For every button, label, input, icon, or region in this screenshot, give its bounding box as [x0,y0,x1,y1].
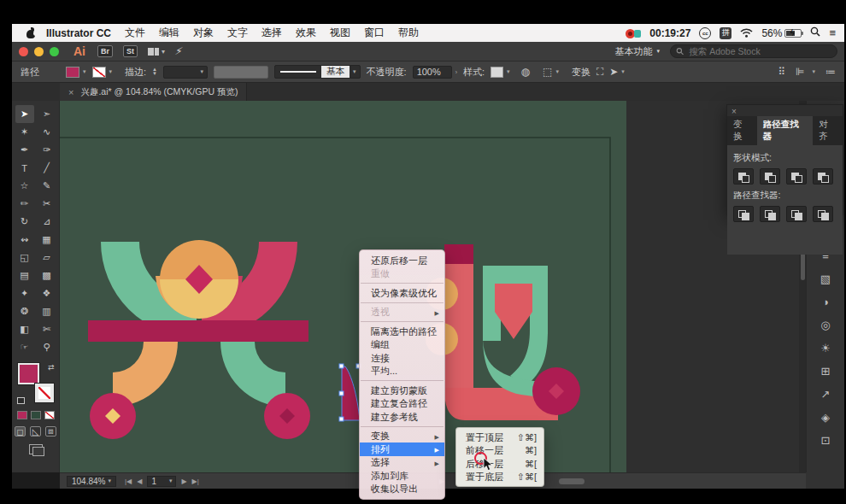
context-menu-item[interactable]: 建立剪切蒙版 [360,384,444,397]
style-chevron-icon[interactable]: ▾ [507,68,510,75]
export-panel-icon[interactable]: ↗ [815,386,836,401]
gradient-button[interactable] [31,411,41,419]
context-menu-item[interactable]: 变换▶ [360,430,444,443]
draw-behind-button[interactable]: ◺ [30,426,41,437]
battery-indicator[interactable]: 56% ϟ [761,27,802,39]
paragraph-panel-icon[interactable]: ⊫ [796,66,804,78]
menu-list-icon[interactable]: ≔ [825,66,836,78]
type-tool[interactable]: T [15,159,34,177]
menubar-item[interactable]: 帮助 [398,26,419,40]
notification-center-icon[interactable]: ≡ [829,26,836,39]
dots-grid-icon[interactable]: ⠿ [778,66,785,78]
context-menu-item[interactable]: 编组 [360,338,444,352]
creative-cloud-icon[interactable]: cc [699,27,711,39]
submenu-item[interactable]: 置于顶层⇧⌘] [456,431,543,444]
context-menu-item[interactable]: 建立复合路径 [360,397,444,411]
curvature-tool[interactable]: ✑ [38,141,56,159]
hand-tool[interactable]: ☞ [15,338,34,356]
swap-fill-stroke-icon[interactable]: ⇄ [48,363,55,372]
style-swatch[interactable] [491,67,503,78]
lasso-tool[interactable]: ∿ [38,123,56,141]
previous-artboard-button[interactable]: ◀ [137,478,142,485]
submenu-item[interactable]: 置于底层⇧⌘[ [456,471,543,484]
selection-tool[interactable]: ➤ [15,105,34,123]
slice-tool[interactable]: ✄ [38,320,56,338]
zoom-window-button[interactable] [50,47,59,56]
tab-close-icon[interactable]: × [68,87,73,97]
context-menu-item[interactable]: 建立参考线 [360,410,444,424]
isolate-selection-icon[interactable]: ➤ [609,66,618,78]
last-artboard-button[interactable]: ▶| [192,478,199,485]
free-transform-tool[interactable]: ▦ [38,231,56,249]
perspective-grid-tool[interactable]: ▱ [38,249,56,267]
rotate-tool[interactable]: ↻ [15,213,34,231]
wifi-icon[interactable] [740,28,753,38]
crop-button[interactable] [813,206,833,222]
appearance-panel-icon[interactable]: ☀ [815,340,836,355]
width-tool[interactable]: ↭ [15,231,34,249]
adobe-stock-search[interactable] [670,44,837,58]
arrange-documents-icon[interactable] [148,48,159,56]
panel-tab-变换[interactable]: 变换 [727,116,757,145]
width-profile-dropdown[interactable] [214,66,268,79]
symbol-sprayer-tool[interactable]: ❂ [15,302,34,320]
shape-tool[interactable]: ☆ [15,177,34,195]
transform-link[interactable]: 变换 [572,66,590,79]
gradient-panel-icon[interactable]: ▧ [815,271,836,286]
workspace-switcher[interactable]: 基本功能▾ [614,45,660,58]
context-menu-item[interactable]: 还原后移一层 [360,254,444,267]
minimize-window-button[interactable] [34,47,44,56]
recolor-artwork-icon[interactable]: ◍ [521,66,530,78]
submenu-item[interactable]: 后移一层⌘[ [456,457,543,471]
color-button[interactable] [17,411,27,419]
apple-logo-icon[interactable] [26,28,36,38]
stroke-color-control[interactable] [35,384,54,402]
stroke-chevron-icon[interactable]: ▾ [109,68,113,75]
stroke-weight-field[interactable]: ▾ [163,66,208,79]
gradient-tool[interactable]: ▩ [38,267,56,284]
document-setup-icon[interactable]: ⬚ [543,66,552,78]
pen-tool[interactable]: ✒ [15,141,34,159]
first-artboard-button[interactable]: |◀ [125,478,132,485]
context-menu-item[interactable]: 连接 [360,351,444,365]
menubar-item[interactable]: 文件 [125,26,145,40]
menubar-item[interactable]: 编辑 [159,26,179,40]
app-menu[interactable]: Illustrator CC [46,27,111,39]
draw-normal-button[interactable]: ◻ [15,426,26,437]
close-window-button[interactable] [19,47,28,56]
minus-front-button[interactable] [760,168,780,185]
context-menu-item[interactable]: 隔离选中的路径 [360,325,444,338]
next-artboard-button[interactable]: ▶ [181,478,186,485]
merge-button[interactable] [786,206,807,222]
context-menu-item[interactable]: 选择▶ [360,456,444,470]
fill-chevron-icon[interactable]: ▾ [83,68,86,75]
menubar-item[interactable]: 选择 [261,26,282,40]
zoom-tool[interactable]: ⚲ [38,338,56,356]
menubar-item[interactable]: 文字 [227,26,248,40]
document-setup-chevron-icon[interactable]: ▾ [555,68,559,75]
magic-wand-tool[interactable]: ✶ [15,123,34,141]
scale-tool[interactable]: ⊿ [38,213,56,231]
intersect-button[interactable] [786,168,807,185]
cb-overflow-chevron-icon[interactable]: ▾ [812,68,815,75]
transparency-panel-icon[interactable]: ◑ [815,294,836,309]
context-menu-item[interactable]: 收集以导出 [360,483,444,496]
align-icon[interactable]: ⛶ [596,66,603,78]
context-menu-item[interactable]: 透视▶ [360,306,444,319]
stroke-color-swatch[interactable] [92,67,106,78]
menubar-item[interactable]: 对象 [193,26,214,40]
context-menu-item[interactable]: 设为像素级优化 [360,286,444,300]
select-similar-chevron-icon[interactable]: ▾ [621,68,625,75]
fill-color-swatch[interactable] [66,67,79,78]
mesh-tool[interactable]: ▤ [15,267,34,284]
paintbrush-tool[interactable]: ✎ [38,177,56,195]
unite-button[interactable] [733,168,754,185]
fill-color-control[interactable] [18,363,39,384]
direct-selection-tool[interactable]: ➣ [38,105,56,123]
input-method-icon[interactable]: 拼 [720,27,731,39]
trim-button[interactable] [760,206,780,222]
scissors-tool[interactable]: ✂ [38,195,56,213]
document-tab[interactable]: × 兴趣.ai* @ 104.84% (CMYK/GPU 预览) [60,83,247,101]
spotlight-search-icon[interactable] [810,26,820,39]
context-menu-item[interactable]: 排列▶ [360,442,444,456]
